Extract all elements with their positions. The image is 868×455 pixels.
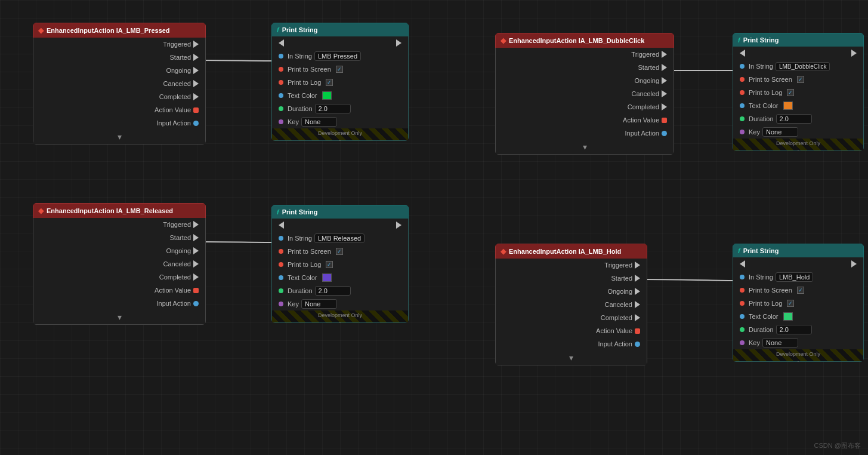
node-header-ia-dubble: ◆ EnhancedInputAction IA_LMB_DubbleClick bbox=[495, 33, 674, 48]
function-icon-rbot: f bbox=[738, 247, 740, 254]
pin-completed-row: Completed bbox=[33, 90, 205, 103]
duration-row-rtop: Duration 2.0 bbox=[733, 112, 863, 125]
node-title-ia-hold: EnhancedInputAction IA_LMB_Hold bbox=[509, 248, 621, 255]
collapse-btn-rbot[interactable]: ▲ bbox=[795, 359, 802, 362]
exec-row-rbot bbox=[733, 257, 863, 270]
pin-input-action-row-hold: Input Action bbox=[496, 337, 647, 351]
node-title-print-mid: Print String bbox=[282, 208, 318, 216]
collapse-icon-pressed[interactable]: ▾ bbox=[118, 132, 122, 142]
pin-ongoing-row: Ongoing bbox=[33, 64, 205, 77]
pin-started-row-rel: Started bbox=[33, 231, 205, 244]
node-print-right-bot: f Print String In String LMB_Hold Print … bbox=[733, 244, 864, 362]
in-string-value-mid[interactable]: LMB Released bbox=[314, 233, 365, 243]
duration-value-rbot[interactable]: 2.0 bbox=[776, 325, 812, 334]
print-screen-checkbox-top[interactable]: ✓ bbox=[336, 66, 343, 73]
duration-row-top: Duration 2.0 bbox=[272, 102, 408, 115]
pin-ongoing-row-dub: Ongoing bbox=[496, 74, 674, 87]
in-string-row-rtop: In String LMB_DobbleClick bbox=[733, 60, 863, 73]
node-ia-lmb-hold: ◆ EnhancedInputAction IA_LMB_Hold Trigge… bbox=[495, 244, 647, 365]
node-ia-lmb-pressed: ◆ EnhancedInputAction IA_LMB_Pressed Tri… bbox=[33, 23, 206, 145]
key-value-rbot[interactable]: None bbox=[762, 338, 798, 348]
print-screen-row-rtop: Print to Screen ✓ bbox=[733, 73, 863, 86]
print-screen-checkbox-mid[interactable]: ✓ bbox=[336, 248, 343, 255]
node-header-ia-released: ◆ EnhancedInputAction IA_LMB_Released bbox=[33, 203, 206, 218]
key-row-rtop: Key None bbox=[733, 125, 863, 139]
key-value-mid[interactable]: None bbox=[301, 299, 337, 309]
node-header-print-top: f Print String bbox=[271, 23, 409, 36]
dev-only-footer-top: Development Only ▲ bbox=[272, 128, 408, 140]
dev-only-footer-rtop: Development Only ▲ bbox=[733, 139, 863, 150]
duration-row-rbot: Duration 2.0 bbox=[733, 323, 863, 336]
print-log-row-top: Print to Log ✓ bbox=[272, 76, 408, 89]
node-header-print-rtop: f Print String bbox=[733, 33, 864, 47]
exec-in-pin bbox=[279, 39, 284, 47]
in-string-row-rbot: In String LMB_Hold bbox=[733, 270, 863, 284]
collapse-btn-top[interactable]: ▲ bbox=[337, 138, 344, 141]
text-color-row-rtop: Text Color bbox=[733, 99, 863, 112]
collapse-icon-hold[interactable]: ▾ bbox=[569, 353, 573, 362]
collapse-btn-mid[interactable]: ▲ bbox=[337, 320, 344, 323]
node-title-ia-dubble: EnhancedInputAction IA_LMB_DubbleClick bbox=[509, 37, 644, 44]
print-log-row-mid: Print to Log ✓ bbox=[272, 258, 408, 271]
text-color-row-rbot: Text Color bbox=[733, 310, 863, 323]
ongoing-pin bbox=[193, 67, 199, 74]
node-ia-lmb-released: ◆ EnhancedInputAction IA_LMB_Released Tr… bbox=[33, 203, 206, 325]
pin-triggered-row-dub: Triggered bbox=[496, 48, 674, 61]
pin-canceled-row-rel: Canceled bbox=[33, 257, 205, 270]
exec-row-mid bbox=[272, 219, 408, 232]
text-color-swatch-rtop[interactable] bbox=[783, 102, 793, 110]
node-print-top: f Print String In String LMB Pressed Pri… bbox=[271, 23, 409, 141]
node-title-print-top: Print String bbox=[282, 26, 318, 33]
print-screen-row-mid: Print to Screen ✓ bbox=[272, 245, 408, 258]
node-title-ia-pressed: EnhancedInputAction IA_LMB_Pressed bbox=[47, 27, 170, 34]
in-string-value-rbot[interactable]: LMB_Hold bbox=[776, 272, 813, 282]
print-screen-row-top: Print to Screen ✓ bbox=[272, 63, 408, 76]
triggered-pin bbox=[193, 41, 199, 48]
function-icon-rtop: f bbox=[738, 36, 740, 44]
text-color-swatch-mid[interactable] bbox=[322, 273, 332, 282]
key-row-top: Key None bbox=[272, 115, 408, 128]
print-screen-checkbox-rbot[interactable]: ✓ bbox=[797, 287, 804, 294]
pin-canceled-row-hold: Canceled bbox=[496, 298, 647, 311]
watermark: CSDN @图布客 bbox=[814, 441, 861, 450]
diamond-icon: ◆ bbox=[38, 26, 44, 35]
collapse-icon-dubble[interactable]: ▾ bbox=[583, 142, 587, 152]
print-log-checkbox-rtop[interactable]: ✓ bbox=[787, 89, 794, 96]
node-title-print-rtop: Print String bbox=[743, 36, 779, 44]
exec-row-rtop bbox=[733, 47, 863, 60]
duration-value-mid[interactable]: 2.0 bbox=[315, 286, 351, 296]
text-color-swatch-rbot[interactable] bbox=[783, 312, 793, 321]
node-title-ia-released: EnhancedInputAction IA_LMB_Released bbox=[47, 207, 173, 214]
pin-triggered-row: Triggered bbox=[33, 38, 205, 51]
started-pin bbox=[193, 54, 199, 61]
node-ia-lmb-dubbleclick: ◆ EnhancedInputAction IA_LMB_DubbleClick… bbox=[495, 33, 674, 155]
print-log-checkbox-rbot[interactable]: ✓ bbox=[787, 300, 794, 307]
in-string-value-top[interactable]: LMB Pressed bbox=[314, 51, 361, 61]
exec-out-pin bbox=[396, 39, 401, 47]
completed-pin bbox=[193, 93, 199, 100]
pin-action-value-row-hold: Action Value bbox=[496, 324, 647, 337]
pin-input-action-row-dub: Input Action bbox=[496, 127, 674, 140]
node-print-mid: f Print String In String LMB Released Pr… bbox=[271, 205, 409, 323]
dev-only-footer-rbot: Development Only ▲ bbox=[733, 349, 863, 361]
duration-value-rtop[interactable]: 2.0 bbox=[776, 114, 812, 124]
collapse-btn-rtop[interactable]: ▲ bbox=[795, 148, 802, 151]
key-value-top[interactable]: None bbox=[301, 117, 337, 127]
key-value-rtop[interactable]: None bbox=[762, 127, 798, 137]
print-log-checkbox-top[interactable]: ✓ bbox=[326, 79, 333, 86]
pin-started-row-dub: Started bbox=[496, 61, 674, 74]
print-log-checkbox-mid[interactable]: ✓ bbox=[326, 261, 333, 268]
pin-started-row: Started bbox=[33, 51, 205, 64]
node-title-print-rbot: Print String bbox=[743, 247, 779, 254]
exec-row-top bbox=[272, 36, 408, 50]
pin-ongoing-row-rel: Ongoing bbox=[33, 244, 205, 257]
text-color-swatch-top[interactable] bbox=[322, 91, 332, 100]
in-string-value-rtop[interactable]: LMB_DobbleClick bbox=[776, 62, 830, 71]
duration-value-top[interactable]: 2.0 bbox=[315, 104, 351, 113]
pin-completed-row-hold: Completed bbox=[496, 311, 647, 324]
collapse-icon-released[interactable]: ▾ bbox=[118, 312, 122, 322]
pin-action-value-row-dub: Action Value bbox=[496, 113, 674, 127]
print-screen-checkbox-rtop[interactable]: ✓ bbox=[797, 76, 804, 83]
diamond-icon-4: ◆ bbox=[501, 247, 506, 256]
key-row-mid: Key None bbox=[272, 297, 408, 310]
